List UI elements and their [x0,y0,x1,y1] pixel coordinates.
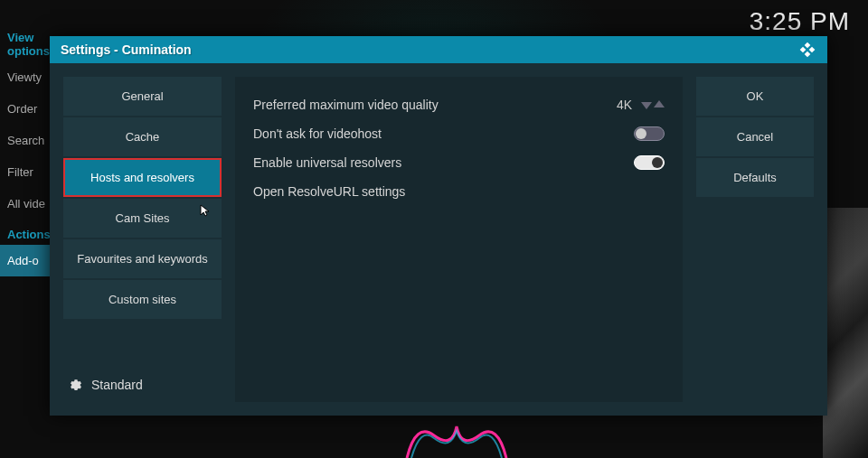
category-general[interactable]: General [63,77,222,116]
setting-value: 4K [617,98,632,112]
spinner-arrows-icon[interactable] [641,100,665,109]
settings-level-label: Standard [91,378,143,392]
category-cache[interactable]: Cache [63,117,222,156]
settings-level-button[interactable]: Standard [63,368,222,402]
view-options-header: View options [0,27,50,61]
clock: 3:25 PM [750,7,850,36]
defaults-button[interactable]: Defaults [696,158,814,197]
toggle-on-icon[interactable] [634,155,665,170]
setting-label: Preferred maximum video quality [253,98,439,112]
actions-header: Actions [0,224,50,245]
left-panel-item[interactable]: Filter [0,156,50,188]
setting-dont-ask-videohost[interactable]: Don't ask for videohost [253,119,665,148]
left-panel-item[interactable]: Viewty [0,61,50,93]
left-panel-item[interactable]: Add-o [0,245,50,276]
left-panel-item[interactable]: Order [0,93,50,125]
category-hosts-resolvers[interactable]: Hosts and resolvers [63,158,222,197]
toggle-off-icon[interactable] [634,126,665,141]
category-cam-sites[interactable]: Cam Sites [63,199,222,238]
setting-open-resolveurl[interactable]: Open ResolveURL settings [253,177,665,206]
setting-video-quality[interactable]: Preferred maximum video quality 4K [253,90,665,119]
category-custom-sites[interactable]: Custom sites [63,280,222,319]
kodi-logo-icon [798,41,816,59]
settings-dialog: Settings - Cumination General Cache Host… [50,36,827,416]
ok-button[interactable]: OK [696,77,814,116]
category-favourites[interactable]: Favourites and keywords [63,239,222,278]
gear-icon [68,377,84,393]
dialog-header: Settings - Cumination [50,36,827,63]
dialog-actions: OK Cancel Defaults [696,77,814,402]
left-panel: View options Viewty Order Search Filter … [0,27,50,276]
setting-label: Don't ask for videohost [253,126,382,141]
setting-universal-resolvers[interactable]: Enable universal resolvers [253,148,665,177]
left-panel-item[interactable]: Search [0,125,50,156]
dialog-title: Settings - Cumination [61,42,192,57]
left-panel-item[interactable]: All vide [0,188,50,220]
cancel-button[interactable]: Cancel [696,117,814,156]
setting-label: Open ResolveURL settings [253,184,405,199]
setting-label: Enable universal resolvers [253,155,401,170]
category-list: General Cache Hosts and resolvers Cam Si… [63,77,222,402]
settings-content: Preferred maximum video quality 4K Don't… [235,77,683,402]
